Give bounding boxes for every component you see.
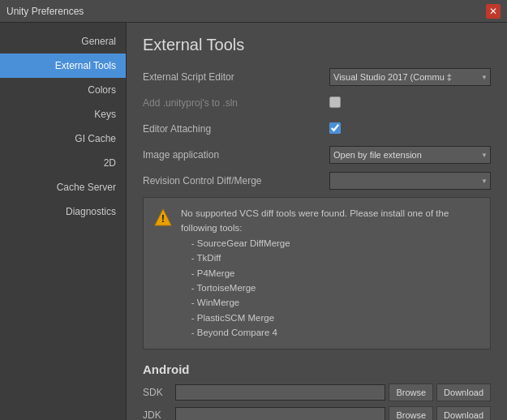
sidebar-item-colors[interactable]: Colors	[0, 78, 126, 102]
editor-attaching-checkbox[interactable]	[329, 122, 341, 134]
revision-control-control	[329, 172, 491, 190]
sidebar-item-external-tools[interactable]: External Tools	[0, 54, 126, 78]
revision-control-row: Revision Control Diff/Merge	[143, 171, 491, 191]
main-layout: General External Tools Colors Keys GI Ca…	[0, 23, 507, 420]
script-editor-dropdown[interactable]: Visual Studio 2017 (Commu ‡	[329, 68, 491, 86]
svg-text:!: !	[161, 212, 165, 225]
android-sdk-download-button[interactable]: Download	[436, 384, 491, 401]
script-editor-row: External Script Editor Visual Studio 201…	[143, 67, 491, 87]
page-title: External Tools	[143, 36, 491, 54]
android-sdk-browse-button[interactable]: Browse	[389, 384, 433, 401]
android-jdk-browse-button[interactable]: Browse	[389, 406, 433, 420]
add-unityproj-checkbox[interactable]	[329, 96, 341, 108]
android-jdk-input-display	[175, 407, 385, 420]
android-sdk-row: SDK Browse Download	[143, 383, 491, 402]
image-application-label: Image application	[143, 149, 329, 161]
sidebar-item-cache-server[interactable]: Cache Server	[0, 175, 126, 199]
close-button[interactable]: ✕	[486, 4, 501, 19]
android-jdk-label: JDK	[143, 409, 175, 420]
revision-control-dropdown[interactable]	[329, 172, 491, 190]
add-unityproj-control	[329, 96, 491, 110]
android-jdk-download-button[interactable]: Download	[436, 406, 491, 420]
editor-attaching-label: Editor Attaching	[143, 123, 329, 135]
revision-control-dropdown-wrapper	[329, 172, 491, 190]
editor-attaching-control	[329, 122, 491, 136]
android-jdk-row: JDK Browse Download	[143, 405, 491, 420]
sidebar-item-2d[interactable]: 2D	[0, 151, 126, 175]
warning-box: ! No supported VCS diff tools were found…	[143, 197, 491, 349]
script-editor-control: Visual Studio 2017 (Commu ‡	[329, 68, 491, 86]
window-title: Unity Preferences	[6, 6, 84, 17]
script-editor-dropdown-wrapper: Visual Studio 2017 (Commu ‡	[329, 68, 491, 86]
sidebar-item-general[interactable]: General	[0, 29, 126, 54]
android-sdk-input-display	[175, 384, 385, 401]
revision-control-label: Revision Control Diff/Merge	[143, 175, 329, 186]
script-editor-label: External Script Editor	[143, 71, 329, 83]
image-application-control: Open by file extension	[329, 146, 491, 164]
sidebar-item-diagnostics[interactable]: Diagnostics	[0, 199, 126, 224]
sidebar: General External Tools Colors Keys GI Ca…	[0, 23, 126, 420]
image-application-dropdown-wrapper: Open by file extension	[329, 146, 491, 164]
warning-icon: !	[153, 208, 173, 227]
warning-text: No supported VCS diff tools were found. …	[181, 206, 480, 341]
image-application-dropdown[interactable]: Open by file extension	[329, 146, 491, 164]
content-area: External Tools External Script Editor Vi…	[126, 23, 507, 420]
sidebar-item-gi-cache[interactable]: GI Cache	[0, 126, 126, 151]
add-unityproj-row: Add .unityproj's to .sln	[143, 93, 491, 113]
sidebar-item-keys[interactable]: Keys	[0, 102, 126, 126]
android-section-title: Android	[143, 362, 491, 376]
add-unityproj-label: Add .unityproj's to .sln	[143, 97, 329, 109]
android-sdk-label: SDK	[143, 387, 175, 398]
editor-attaching-row: Editor Attaching	[143, 119, 491, 139]
title-bar: Unity Preferences ✕	[0, 0, 507, 23]
image-application-row: Image application Open by file extension	[143, 145, 491, 165]
